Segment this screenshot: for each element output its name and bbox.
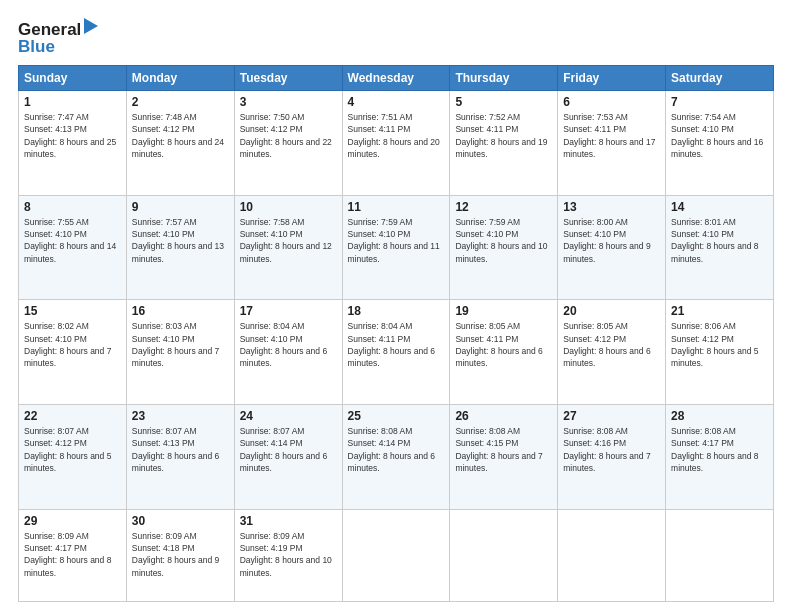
- day-number: 6: [563, 95, 660, 109]
- calendar-cell: 9Sunrise: 7:57 AMSunset: 4:10 PMDaylight…: [126, 195, 234, 300]
- calendar-cell: [558, 509, 666, 601]
- day-info: Sunrise: 7:51 AMSunset: 4:11 PMDaylight:…: [348, 111, 445, 160]
- day-number: 20: [563, 304, 660, 318]
- calendar-cell: 26Sunrise: 8:08 AMSunset: 4:15 PMDayligh…: [450, 404, 558, 509]
- calendar-cell: 29Sunrise: 8:09 AMSunset: 4:17 PMDayligh…: [19, 509, 127, 601]
- day-info: Sunrise: 8:04 AMSunset: 4:10 PMDaylight:…: [240, 320, 337, 369]
- day-number: 28: [671, 409, 768, 423]
- calendar-cell: 6Sunrise: 7:53 AMSunset: 4:11 PMDaylight…: [558, 91, 666, 196]
- logo-blue: Blue: [18, 38, 98, 55]
- day-info: Sunrise: 7:54 AMSunset: 4:10 PMDaylight:…: [671, 111, 768, 160]
- calendar-table: SundayMondayTuesdayWednesdayThursdayFrid…: [18, 65, 774, 602]
- day-number: 11: [348, 200, 445, 214]
- day-number: 10: [240, 200, 337, 214]
- day-number: 2: [132, 95, 229, 109]
- logo-text: General Blue: [18, 18, 98, 55]
- day-info: Sunrise: 8:03 AMSunset: 4:10 PMDaylight:…: [132, 320, 229, 369]
- day-number: 24: [240, 409, 337, 423]
- day-number: 3: [240, 95, 337, 109]
- day-info: Sunrise: 8:09 AMSunset: 4:17 PMDaylight:…: [24, 530, 121, 579]
- day-header-thursday: Thursday: [450, 66, 558, 91]
- day-number: 7: [671, 95, 768, 109]
- day-info: Sunrise: 8:04 AMSunset: 4:11 PMDaylight:…: [348, 320, 445, 369]
- calendar-cell: 12Sunrise: 7:59 AMSunset: 4:10 PMDayligh…: [450, 195, 558, 300]
- day-number: 31: [240, 514, 337, 528]
- calendar-header-row: SundayMondayTuesdayWednesdayThursdayFrid…: [19, 66, 774, 91]
- day-info: Sunrise: 7:52 AMSunset: 4:11 PMDaylight:…: [455, 111, 552, 160]
- calendar-cell: 15Sunrise: 8:02 AMSunset: 4:10 PMDayligh…: [19, 300, 127, 405]
- day-number: 27: [563, 409, 660, 423]
- day-info: Sunrise: 8:05 AMSunset: 4:11 PMDaylight:…: [455, 320, 552, 369]
- header: General Blue: [18, 18, 774, 55]
- day-header-sunday: Sunday: [19, 66, 127, 91]
- day-header-monday: Monday: [126, 66, 234, 91]
- calendar-cell: 19Sunrise: 8:05 AMSunset: 4:11 PMDayligh…: [450, 300, 558, 405]
- day-info: Sunrise: 8:01 AMSunset: 4:10 PMDaylight:…: [671, 216, 768, 265]
- day-info: Sunrise: 8:06 AMSunset: 4:12 PMDaylight:…: [671, 320, 768, 369]
- calendar-cell: 14Sunrise: 8:01 AMSunset: 4:10 PMDayligh…: [666, 195, 774, 300]
- day-number: 26: [455, 409, 552, 423]
- calendar-cell: 31Sunrise: 8:09 AMSunset: 4:19 PMDayligh…: [234, 509, 342, 601]
- calendar-cell: [342, 509, 450, 601]
- day-number: 19: [455, 304, 552, 318]
- day-number: 4: [348, 95, 445, 109]
- day-number: 14: [671, 200, 768, 214]
- calendar-week-row: 8Sunrise: 7:55 AMSunset: 4:10 PMDaylight…: [19, 195, 774, 300]
- day-info: Sunrise: 8:05 AMSunset: 4:12 PMDaylight:…: [563, 320, 660, 369]
- calendar-cell: 3Sunrise: 7:50 AMSunset: 4:12 PMDaylight…: [234, 91, 342, 196]
- day-info: Sunrise: 8:02 AMSunset: 4:10 PMDaylight:…: [24, 320, 121, 369]
- day-info: Sunrise: 7:59 AMSunset: 4:10 PMDaylight:…: [348, 216, 445, 265]
- day-number: 16: [132, 304, 229, 318]
- calendar-week-row: 29Sunrise: 8:09 AMSunset: 4:17 PMDayligh…: [19, 509, 774, 601]
- day-info: Sunrise: 8:07 AMSunset: 4:14 PMDaylight:…: [240, 425, 337, 474]
- calendar-week-row: 15Sunrise: 8:02 AMSunset: 4:10 PMDayligh…: [19, 300, 774, 405]
- day-header-wednesday: Wednesday: [342, 66, 450, 91]
- calendar-week-row: 22Sunrise: 8:07 AMSunset: 4:12 PMDayligh…: [19, 404, 774, 509]
- calendar-cell: 30Sunrise: 8:09 AMSunset: 4:18 PMDayligh…: [126, 509, 234, 601]
- day-number: 12: [455, 200, 552, 214]
- calendar-cell: 8Sunrise: 7:55 AMSunset: 4:10 PMDaylight…: [19, 195, 127, 300]
- day-number: 22: [24, 409, 121, 423]
- calendar-cell: 4Sunrise: 7:51 AMSunset: 4:11 PMDaylight…: [342, 91, 450, 196]
- logo-container: General Blue: [18, 18, 98, 55]
- calendar-cell: 10Sunrise: 7:58 AMSunset: 4:10 PMDayligh…: [234, 195, 342, 300]
- day-number: 1: [24, 95, 121, 109]
- calendar-cell: 25Sunrise: 8:08 AMSunset: 4:14 PMDayligh…: [342, 404, 450, 509]
- calendar-cell: [450, 509, 558, 601]
- day-number: 18: [348, 304, 445, 318]
- day-info: Sunrise: 7:47 AMSunset: 4:13 PMDaylight:…: [24, 111, 121, 160]
- day-info: Sunrise: 8:09 AMSunset: 4:18 PMDaylight:…: [132, 530, 229, 579]
- day-number: 30: [132, 514, 229, 528]
- calendar-week-row: 1Sunrise: 7:47 AMSunset: 4:13 PMDaylight…: [19, 91, 774, 196]
- day-info: Sunrise: 7:55 AMSunset: 4:10 PMDaylight:…: [24, 216, 121, 265]
- day-info: Sunrise: 8:08 AMSunset: 4:14 PMDaylight:…: [348, 425, 445, 474]
- day-number: 13: [563, 200, 660, 214]
- day-info: Sunrise: 7:53 AMSunset: 4:11 PMDaylight:…: [563, 111, 660, 160]
- calendar-cell: 23Sunrise: 8:07 AMSunset: 4:13 PMDayligh…: [126, 404, 234, 509]
- logo-general: General: [18, 18, 98, 38]
- day-info: Sunrise: 7:48 AMSunset: 4:12 PMDaylight:…: [132, 111, 229, 160]
- day-number: 21: [671, 304, 768, 318]
- calendar-cell: [666, 509, 774, 601]
- day-info: Sunrise: 8:07 AMSunset: 4:12 PMDaylight:…: [24, 425, 121, 474]
- day-number: 5: [455, 95, 552, 109]
- day-info: Sunrise: 8:08 AMSunset: 4:16 PMDaylight:…: [563, 425, 660, 474]
- day-info: Sunrise: 7:50 AMSunset: 4:12 PMDaylight:…: [240, 111, 337, 160]
- day-header-saturday: Saturday: [666, 66, 774, 91]
- day-info: Sunrise: 8:08 AMSunset: 4:17 PMDaylight:…: [671, 425, 768, 474]
- calendar-cell: 18Sunrise: 8:04 AMSunset: 4:11 PMDayligh…: [342, 300, 450, 405]
- calendar-cell: 27Sunrise: 8:08 AMSunset: 4:16 PMDayligh…: [558, 404, 666, 509]
- calendar-cell: 7Sunrise: 7:54 AMSunset: 4:10 PMDaylight…: [666, 91, 774, 196]
- day-info: Sunrise: 8:09 AMSunset: 4:19 PMDaylight:…: [240, 530, 337, 579]
- calendar-cell: 20Sunrise: 8:05 AMSunset: 4:12 PMDayligh…: [558, 300, 666, 405]
- day-info: Sunrise: 7:59 AMSunset: 4:10 PMDaylight:…: [455, 216, 552, 265]
- calendar-cell: 5Sunrise: 7:52 AMSunset: 4:11 PMDaylight…: [450, 91, 558, 196]
- day-number: 8: [24, 200, 121, 214]
- calendar-cell: 28Sunrise: 8:08 AMSunset: 4:17 PMDayligh…: [666, 404, 774, 509]
- calendar-body: 1Sunrise: 7:47 AMSunset: 4:13 PMDaylight…: [19, 91, 774, 602]
- calendar-cell: 2Sunrise: 7:48 AMSunset: 4:12 PMDaylight…: [126, 91, 234, 196]
- calendar-cell: 1Sunrise: 7:47 AMSunset: 4:13 PMDaylight…: [19, 91, 127, 196]
- day-info: Sunrise: 7:57 AMSunset: 4:10 PMDaylight:…: [132, 216, 229, 265]
- day-number: 29: [24, 514, 121, 528]
- day-number: 15: [24, 304, 121, 318]
